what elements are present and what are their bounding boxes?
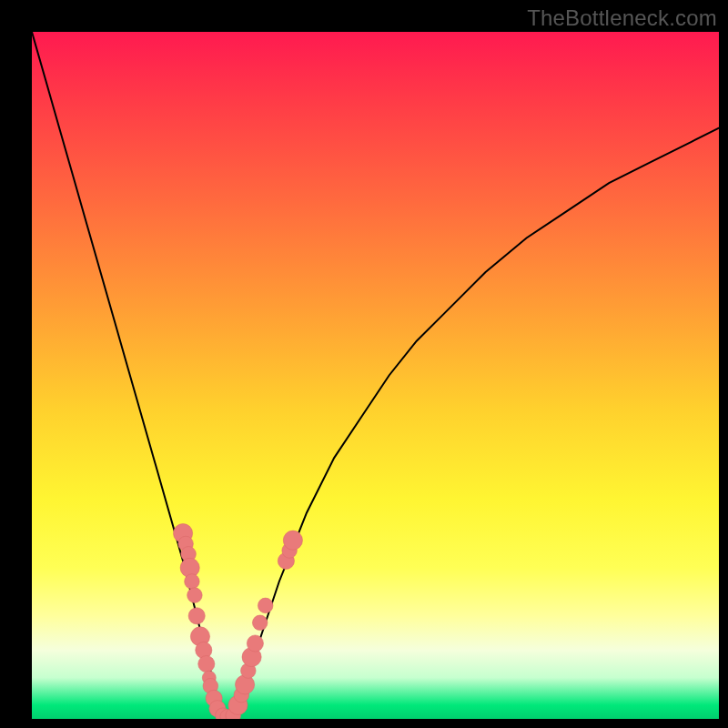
data-marker bbox=[252, 615, 268, 631]
data-marker bbox=[198, 656, 215, 672]
data-marker bbox=[185, 574, 200, 590]
chart-overlay bbox=[32, 32, 719, 719]
plot-area bbox=[32, 32, 719, 719]
bottleneck-curve bbox=[32, 32, 719, 719]
data-marker bbox=[247, 635, 263, 652]
chart-frame: TheBottleneck.com bbox=[0, 0, 728, 728]
data-marker bbox=[283, 531, 302, 550]
data-marker bbox=[188, 608, 205, 624]
data-markers bbox=[174, 524, 303, 720]
data-marker bbox=[258, 598, 273, 613]
data-marker bbox=[187, 588, 203, 603]
curve-path bbox=[32, 32, 719, 719]
watermark-text: TheBottleneck.com bbox=[527, 5, 717, 31]
data-marker bbox=[236, 675, 255, 694]
